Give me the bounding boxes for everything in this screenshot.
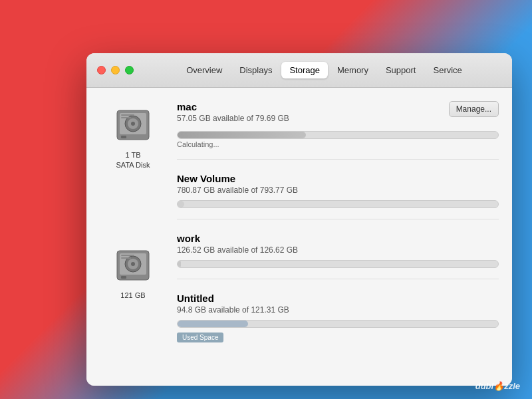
volume-newvolume-fill [178,201,184,207]
tab-bar: Overview Displays Storage Memory Support… [147,62,501,78]
volume-work: work 126.52 GB available of 126.62 GB [177,233,499,279]
volume-untitled-fill [178,321,248,327]
tab-support[interactable]: Support [378,62,424,78]
used-space-badge: Used Space [177,332,223,342]
svg-rect-6 [121,114,134,116]
volume-mac-size: 57.05 GB available of 79.69 GB [177,114,289,123]
volume-untitled-progress-bar [177,320,499,328]
close-button[interactable] [97,66,106,74]
titlebar: Overview Displays Storage Memory Support… [86,53,512,88]
volume-mac: mac 57.05 GB available of 79.69 GB Manag… [177,101,499,160]
volume-untitled: Untitled 94.8 GB available of 121.31 GB … [177,293,499,353]
volume-work-progress-bar [177,260,499,268]
volume-mac-fill [178,132,306,138]
tab-displays[interactable]: Displays [231,62,280,78]
disk1-icon [112,104,154,146]
svg-rect-7 [121,117,131,118]
watermark: dubi🔥zzle [475,381,520,391]
volume-newvolume-progress-bar [177,200,499,208]
volume-newvolume-name: New Volume [177,173,499,184]
disk1-label: 1 TB SATA Disk [116,150,150,171]
svg-rect-15 [121,257,131,259]
manage-button[interactable]: Manage... [449,101,499,117]
disk2-icon [112,244,154,287]
volume-mac-header: mac 57.05 GB available of 79.69 GB Manag… [177,101,499,128]
maximize-button[interactable] [125,66,134,74]
tab-service[interactable]: Service [426,62,470,78]
tab-overview[interactable]: Overview [178,62,230,78]
minimize-button[interactable] [111,66,120,74]
calculating-label: Calculating... [177,140,499,148]
svg-point-12 [131,262,135,266]
tab-memory[interactable]: Memory [329,62,376,78]
svg-rect-13 [121,276,126,279]
volume-work-name: work [177,233,499,244]
volume-mac-name: mac [177,101,289,112]
volume-untitled-name: Untitled [177,293,499,304]
volume-untitled-size: 94.8 GB available of 121.31 GB [177,305,499,315]
volume-mac-progress-wrapper: Calculating... [177,131,499,148]
volume-mac-progress-bar [177,131,499,139]
svg-rect-5 [121,136,126,138]
storage-content: 1 TB SATA Disk 121 GB [86,88,512,386]
volume-work-fill [178,261,181,267]
system-info-window: Overview Displays Storage Memory Support… [86,53,512,386]
volume-newvolume-size: 780.87 GB available of 793.77 GB [177,186,499,195]
desktop: Overview Displays Storage Memory Support… [0,0,532,399]
volume-newvolume: New Volume 780.87 GB available of 793.77… [177,173,499,219]
svg-rect-14 [121,255,134,256]
volumes-list: mac 57.05 GB available of 79.69 GB Manag… [177,98,499,375]
tab-storage[interactable]: Storage [281,62,328,78]
disk2-label: 121 GB [120,291,145,301]
disk-sidebar: 1 TB SATA Disk 121 GB [100,98,166,375]
svg-point-4 [131,122,135,126]
volume-work-size: 126.52 GB available of 126.62 GB [177,245,499,255]
traffic-lights [97,66,134,74]
